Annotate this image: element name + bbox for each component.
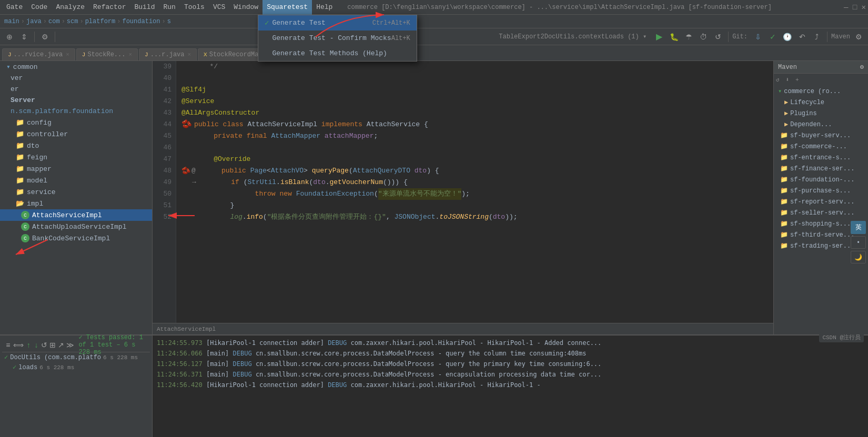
maven-sf-report[interactable]: 📁 sf-report-serv... — [774, 196, 868, 207]
menu-analyze[interactable]: Analyze — [52, 0, 89, 15]
sidebar-ver[interactable]: ver — [0, 73, 152, 84]
dropdown-confirm-mocks[interactable]: ✓ Generate Test - Confirm Mocks Alt+K — [258, 31, 417, 46]
sidebar-impl[interactable]: 📂 impl — [0, 198, 152, 209]
breadcrumb-s[interactable]: s — [167, 18, 171, 25]
git-push-btn[interactable]: ⤴ — [811, 31, 823, 43]
sidebar-dto[interactable]: 📁 dto — [0, 140, 152, 151]
toolbar-settings-btn[interactable]: ⚙ — [38, 31, 51, 43]
sidebar-config[interactable]: 📁 config — [0, 117, 152, 128]
breadcrumb-scm[interactable]: scm — [67, 18, 78, 25]
profile-btn[interactable]: ⏱ — [697, 31, 710, 43]
classname-44: AttachServiceImpl — [247, 119, 321, 130]
debug-btn[interactable]: 🐛 — [668, 31, 680, 43]
sidebar-model[interactable]: 📁 model — [0, 175, 152, 186]
git-update-btn[interactable]: ⇩ — [752, 31, 764, 43]
window-controls[interactable]: — □ ✕ — [844, 3, 866, 12]
down-btn[interactable]: ↓ — [34, 339, 39, 351]
dots-btn[interactable]: • — [851, 236, 866, 249]
sidebar-model-icon: 📁 — [16, 176, 24, 185]
sidebar-bankcode[interactable]: c BankCodeServiceImpl — [0, 232, 152, 244]
maven-sf-commerce[interactable]: 📁 sf-commerce-... — [774, 141, 868, 152]
refresh-btn[interactable]: ↺ — [712, 31, 724, 43]
menu-tools[interactable]: Tools — [180, 0, 209, 15]
method-isblank: isBlank — [280, 177, 309, 188]
maven-root[interactable]: ▾ commerce (ro... — [774, 86, 868, 97]
tab-r-java[interactable]: J ...r.java × — [139, 48, 197, 60]
git-label: Git: — [732, 33, 748, 40]
menu-gate[interactable]: Gate — [2, 0, 27, 15]
maven-plus-icon[interactable]: + — [795, 77, 799, 83]
tab-close-stockre[interactable]: × — [128, 52, 132, 58]
toolbar-browser-btn[interactable]: ⊕ — [3, 31, 16, 43]
menu-window[interactable]: Window — [229, 0, 263, 15]
sidebar-controller[interactable]: 📁 controller — [0, 128, 152, 140]
run-config-label: TableExport2DocUtils.contextLoads (1) ▾ — [499, 33, 647, 40]
maven-refresh-icon[interactable]: ↺ — [776, 77, 780, 83]
tab-close-service[interactable]: × — [66, 52, 69, 58]
rerun-btn[interactable]: ↺ — [41, 339, 47, 351]
menu-squaretest[interactable]: Squaretest — [263, 0, 312, 15]
maven-sf-buyer[interactable]: 📁 sf-buyer-serv... — [774, 130, 868, 141]
dropdown-generate-test[interactable]: ✓ Generate Test Ctrl+Alt+K — [258, 15, 417, 31]
sidebar-er[interactable]: er — [0, 84, 152, 95]
git-clock-btn[interactable]: 🕐 — [781, 31, 794, 43]
toolbar-sep2 — [55, 32, 55, 42]
breadcrumb-java[interactable]: java — [26, 18, 42, 25]
dropdown-test-methods[interactable]: ✓ Generate Test Methods (Help) — [258, 46, 417, 61]
sidebar-attachupload[interactable]: c AttachUploadServiceImpl — [0, 221, 152, 232]
sidebar-platform-foundation[interactable]: n.scm.platform.foundation — [0, 106, 152, 117]
tab-service[interactable]: J ...rvice.java × — [2, 48, 75, 60]
maven-sf-seller[interactable]: 📁 sf-seller-serv... — [774, 207, 868, 218]
code-line-51: } — [181, 200, 773, 211]
expand-btn[interactable]: ≫ — [66, 339, 74, 351]
sidebar-service[interactable]: 📁 service — [0, 186, 152, 198]
toolbar-split-btn[interactable]: ⇕ — [18, 31, 31, 43]
breadcrumb-platform[interactable]: platform — [85, 18, 116, 25]
coverage-btn[interactable]: ☂ — [682, 31, 695, 43]
maven-sf-finance[interactable]: 📁 sf-finance-ser... — [774, 163, 868, 174]
maven-plugins[interactable]: ▶ Plugins — [774, 108, 868, 119]
test-docutils[interactable]: ✓ DocUtils (com.scm.platfo 6 s 228 ms — [2, 352, 150, 362]
breadcrumb: main › java › com › scm › platform › fou… — [0, 15, 868, 28]
maven-settings-btn[interactable]: ⚙ — [852, 31, 865, 43]
tab-close-r-java[interactable]: × — [188, 52, 191, 58]
maven-sf-entrance[interactable]: 📁 sf-entrance-s... — [774, 152, 868, 163]
menu-code[interactable]: Code — [27, 0, 52, 15]
breadcrumb-main[interactable]: main — [4, 18, 19, 25]
maven-download-icon[interactable]: ⬇ — [785, 77, 789, 83]
code-annotation-service: @Service — [181, 96, 214, 107]
maven-sf-foundation[interactable]: 📁 sf-foundation-... — [774, 174, 868, 185]
up-btn[interactable]: ↑ — [26, 339, 32, 351]
run-btn[interactable]: ▶ — [653, 31, 665, 43]
sidebar-common[interactable]: ▾ common — [0, 61, 152, 73]
kw-implements-44: implements — [321, 119, 367, 130]
git-check-btn[interactable]: ✓ — [766, 31, 779, 43]
menu-help[interactable]: Help — [312, 0, 337, 15]
test-loads[interactable]: ✓ loads 6 s 228 ms — [2, 362, 150, 372]
menu-build[interactable]: Build — [130, 0, 159, 15]
history-btn[interactable]: ⊞ — [49, 339, 56, 351]
main-layout: ▾ common ver er Server n.scm.platform.fo… — [0, 61, 868, 334]
dropdown-test-methods-label: Generate Test Methods (Help) — [272, 49, 387, 57]
maven-lifecycle[interactable]: ▶ Lifecycle — [774, 97, 868, 108]
sidebar-mapper[interactable]: 📁 mapper — [0, 163, 152, 175]
breadcrumb-com[interactable]: com — [48, 18, 60, 25]
tab-stockre[interactable]: J StockRe... × — [76, 48, 138, 60]
git-undo-btn[interactable]: ↶ — [796, 31, 809, 43]
moon-btn[interactable]: 🌙 — [851, 251, 866, 263]
menu-run[interactable]: Run — [159, 0, 179, 15]
maven-sf-purchase[interactable]: 📁 sf-purchase-s... — [774, 185, 868, 196]
editor-area[interactable]: 39 40 41 42 43 44 45 46 47 48 49 50 51 5… — [153, 61, 773, 334]
sort-btn[interactable]: ≡ — [5, 339, 11, 351]
lang-toggle-btn[interactable]: 英 — [851, 221, 866, 234]
breadcrumb-foundation[interactable]: foundation — [122, 18, 160, 25]
maven-settings-icon[interactable]: ⚙ — [860, 63, 864, 71]
sidebar-feign[interactable]: 📁 feign — [0, 151, 152, 163]
menu-refactor[interactable]: Refactor — [89, 0, 130, 15]
export-btn[interactable]: ↗ — [58, 339, 64, 351]
maven-dependencies[interactable]: ▶ Dependen... — [774, 119, 868, 130]
sidebar-server[interactable]: Server — [0, 95, 152, 106]
sidebar-attachserviceimpl[interactable]: c AttachServiceImpl — [0, 209, 152, 221]
sort-alpha-btn[interactable]: ⟺ — [13, 339, 24, 351]
menu-vcs[interactable]: VCS — [209, 0, 229, 15]
